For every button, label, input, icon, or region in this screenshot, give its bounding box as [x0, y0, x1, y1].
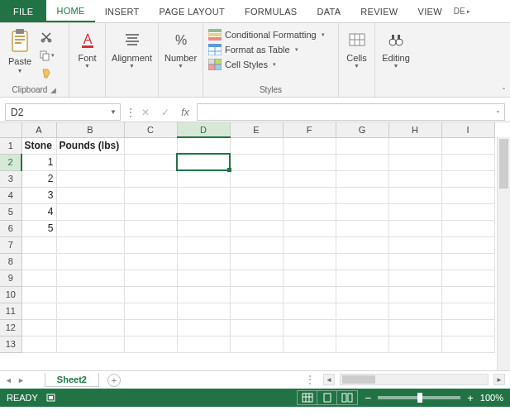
collapse-ribbon-icon[interactable]: ˆ — [503, 87, 505, 95]
fx-icon[interactable]: fx — [175, 103, 195, 122]
cell-F11[interactable] — [283, 303, 336, 319]
vertical-scrollbar[interactable] — [497, 137, 510, 370]
cell-D7[interactable] — [177, 236, 230, 253]
macro-record-icon[interactable] — [46, 392, 58, 403]
col-header-E[interactable]: E — [230, 122, 283, 137]
cell-I10[interactable] — [441, 286, 494, 303]
cell-B4[interactable] — [56, 187, 124, 203]
tab-data[interactable]: DATA — [307, 0, 350, 22]
tab-view[interactable]: VIEW — [408, 0, 452, 22]
cell-B3[interactable] — [56, 170, 124, 187]
cell-C11[interactable] — [124, 303, 177, 319]
sheet-nav-next-icon[interactable]: ► — [17, 376, 25, 384]
zoom-in-button[interactable]: + — [467, 392, 474, 404]
conditional-formatting-button[interactable]: Conditional Formatting▾ — [207, 28, 326, 41]
cell-G13[interactable] — [336, 336, 388, 352]
cell-H5[interactable] — [388, 203, 441, 220]
cell-G8[interactable] — [336, 253, 388, 270]
row-header-2[interactable]: 2 — [0, 154, 21, 170]
cell-F8[interactable] — [283, 253, 336, 270]
cell-F5[interactable] — [283, 203, 336, 220]
cell-B7[interactable] — [56, 236, 124, 253]
formula-bar[interactable]: ⌄ — [197, 103, 505, 121]
cell-D12[interactable] — [177, 319, 230, 336]
cell-G9[interactable] — [336, 270, 388, 286]
cell-I8[interactable] — [441, 253, 494, 270]
zoom-level[interactable]: 100% — [480, 393, 503, 403]
cell-E12[interactable] — [230, 319, 283, 336]
cell-H10[interactable] — [388, 286, 441, 303]
cancel-formula-button[interactable]: ✕ — [136, 103, 155, 122]
cell-I5[interactable] — [441, 203, 494, 220]
cell-C2[interactable] — [124, 154, 177, 170]
cell-A3[interactable]: 2 — [21, 170, 56, 187]
editing-button[interactable]: Editing ▼ — [377, 28, 415, 69]
cell-G10[interactable] — [336, 286, 388, 303]
alignment-button[interactable]: Alignment ▼ — [107, 28, 157, 69]
col-header-C[interactable]: C — [124, 122, 177, 137]
cell-C8[interactable] — [124, 253, 177, 270]
cell-E9[interactable] — [230, 270, 283, 286]
cell-F4[interactable] — [283, 187, 336, 203]
cell-D6[interactable] — [177, 220, 230, 236]
cell-G5[interactable] — [336, 203, 388, 220]
select-all-corner[interactable] — [0, 122, 21, 137]
cell-F9[interactable] — [283, 270, 336, 286]
view-page-break-button[interactable] — [337, 391, 357, 404]
cell-F3[interactable] — [283, 170, 336, 187]
cell-D10[interactable] — [177, 286, 230, 303]
cell-H9[interactable] — [388, 270, 441, 286]
cell-D5[interactable] — [177, 203, 230, 220]
cell-B13[interactable] — [56, 336, 124, 352]
tab-home[interactable]: HOME — [46, 0, 94, 22]
cell-H12[interactable] — [388, 319, 441, 336]
cell-A11[interactable] — [21, 303, 56, 319]
expand-formula-bar-icon[interactable]: ⌄ — [495, 107, 501, 114]
format-as-table-button[interactable]: Format as Table▾ — [207, 43, 300, 56]
cell-I4[interactable] — [441, 187, 494, 203]
row-header-13[interactable]: 13 — [0, 336, 21, 352]
view-normal-button[interactable] — [298, 391, 317, 404]
cell-A1[interactable]: Stone — [21, 137, 56, 154]
col-header-F[interactable]: F — [283, 122, 336, 137]
cell-C1[interactable] — [124, 137, 177, 154]
cell-F1[interactable] — [283, 137, 336, 154]
cell-A4[interactable]: 3 — [21, 187, 56, 203]
row-header-10[interactable]: 10 — [0, 286, 21, 303]
cell-F12[interactable] — [283, 319, 336, 336]
cell-I2[interactable] — [441, 154, 494, 170]
horizontal-scrollbar[interactable] — [340, 374, 489, 385]
cell-A13[interactable] — [21, 336, 56, 352]
cell-D4[interactable] — [177, 187, 230, 203]
enter-formula-button[interactable]: ✓ — [155, 103, 175, 122]
row-header-6[interactable]: 6 — [0, 220, 21, 236]
cell-E13[interactable] — [230, 336, 283, 352]
cell-B2[interactable] — [56, 154, 124, 170]
row-header-7[interactable]: 7 — [0, 236, 21, 253]
zoom-slider[interactable] — [378, 396, 460, 399]
cell-I3[interactable] — [441, 170, 494, 187]
cells-button[interactable]: Cells ▼ — [341, 28, 371, 69]
cell-B1[interactable]: Pounds (lbs) — [56, 137, 124, 154]
cell-H4[interactable] — [388, 187, 441, 203]
cell-G6[interactable] — [336, 220, 388, 236]
cell-A6[interactable]: 5 — [21, 220, 56, 236]
tab-insert[interactable]: INSERT — [95, 0, 150, 22]
cell-A10[interactable] — [21, 286, 56, 303]
cell-E11[interactable] — [230, 303, 283, 319]
cell-F7[interactable] — [283, 236, 336, 253]
row-header-1[interactable]: 1 — [0, 137, 21, 154]
cut-button[interactable] — [38, 30, 55, 45]
cell-C9[interactable] — [124, 270, 177, 286]
cell-H3[interactable] — [388, 170, 441, 187]
cell-B5[interactable] — [56, 203, 124, 220]
cell-H1[interactable] — [388, 137, 441, 154]
cell-A8[interactable] — [21, 253, 56, 270]
cell-B6[interactable] — [56, 220, 124, 236]
cell-A9[interactable] — [21, 270, 56, 286]
cell-I12[interactable] — [441, 319, 494, 336]
chevron-down-icon[interactable]: ▼ — [110, 108, 117, 116]
spreadsheet-grid[interactable]: ABCDEFGHI1StonePounds (lbs)2132435465789… — [0, 122, 510, 370]
cell-H11[interactable] — [388, 303, 441, 319]
row-header-3[interactable]: 3 — [0, 170, 21, 187]
